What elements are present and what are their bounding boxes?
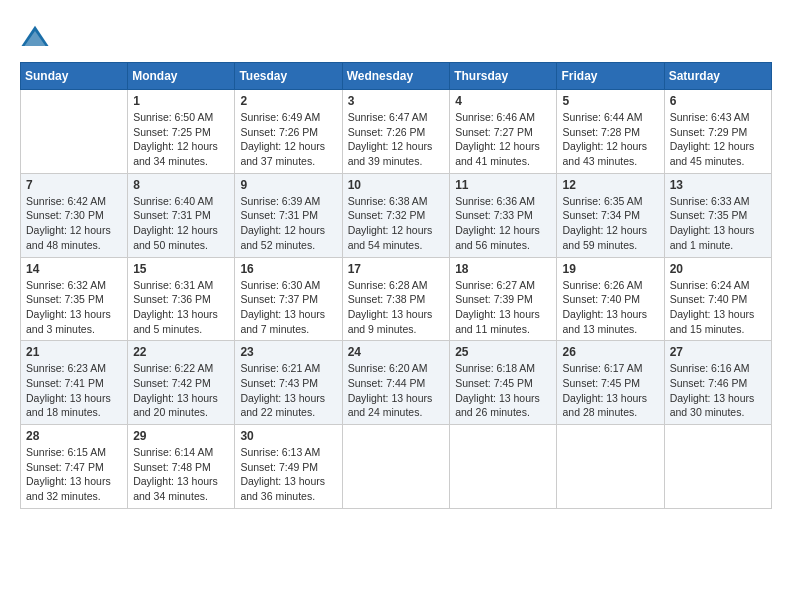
- weekday-header-wednesday: Wednesday: [342, 63, 450, 90]
- page-header: [20, 20, 772, 52]
- day-number: 10: [348, 178, 445, 192]
- day-cell: 15Sunrise: 6:31 AMSunset: 7:36 PMDayligh…: [128, 257, 235, 341]
- day-info: Sunrise: 6:30 AMSunset: 7:37 PMDaylight:…: [240, 278, 336, 337]
- day-number: 27: [670, 345, 766, 359]
- day-number: 28: [26, 429, 122, 443]
- day-cell: 30Sunrise: 6:13 AMSunset: 7:49 PMDayligh…: [235, 425, 342, 509]
- day-number: 9: [240, 178, 336, 192]
- day-cell: 21Sunrise: 6:23 AMSunset: 7:41 PMDayligh…: [21, 341, 128, 425]
- day-number: 5: [562, 94, 658, 108]
- day-cell: 7Sunrise: 6:42 AMSunset: 7:30 PMDaylight…: [21, 173, 128, 257]
- day-number: 15: [133, 262, 229, 276]
- calendar-table: SundayMondayTuesdayWednesdayThursdayFrid…: [20, 62, 772, 509]
- day-cell: 26Sunrise: 6:17 AMSunset: 7:45 PMDayligh…: [557, 341, 664, 425]
- weekday-header-thursday: Thursday: [450, 63, 557, 90]
- weekday-header-sunday: Sunday: [21, 63, 128, 90]
- day-cell: 24Sunrise: 6:20 AMSunset: 7:44 PMDayligh…: [342, 341, 450, 425]
- day-cell: 28Sunrise: 6:15 AMSunset: 7:47 PMDayligh…: [21, 425, 128, 509]
- day-number: 11: [455, 178, 551, 192]
- day-info: Sunrise: 6:15 AMSunset: 7:47 PMDaylight:…: [26, 445, 122, 504]
- day-number: 29: [133, 429, 229, 443]
- week-row-4: 21Sunrise: 6:23 AMSunset: 7:41 PMDayligh…: [21, 341, 772, 425]
- day-info: Sunrise: 6:18 AMSunset: 7:45 PMDaylight:…: [455, 361, 551, 420]
- day-info: Sunrise: 6:16 AMSunset: 7:46 PMDaylight:…: [670, 361, 766, 420]
- day-cell: 10Sunrise: 6:38 AMSunset: 7:32 PMDayligh…: [342, 173, 450, 257]
- day-number: 16: [240, 262, 336, 276]
- day-info: Sunrise: 6:22 AMSunset: 7:42 PMDaylight:…: [133, 361, 229, 420]
- day-number: 1: [133, 94, 229, 108]
- day-number: 17: [348, 262, 445, 276]
- weekday-header-saturday: Saturday: [664, 63, 771, 90]
- day-info: Sunrise: 6:21 AMSunset: 7:43 PMDaylight:…: [240, 361, 336, 420]
- day-cell: 20Sunrise: 6:24 AMSunset: 7:40 PMDayligh…: [664, 257, 771, 341]
- day-info: Sunrise: 6:27 AMSunset: 7:39 PMDaylight:…: [455, 278, 551, 337]
- day-info: Sunrise: 6:46 AMSunset: 7:27 PMDaylight:…: [455, 110, 551, 169]
- day-cell: 14Sunrise: 6:32 AMSunset: 7:35 PMDayligh…: [21, 257, 128, 341]
- day-cell: 13Sunrise: 6:33 AMSunset: 7:35 PMDayligh…: [664, 173, 771, 257]
- day-number: 13: [670, 178, 766, 192]
- day-number: 12: [562, 178, 658, 192]
- day-cell: 4Sunrise: 6:46 AMSunset: 7:27 PMDaylight…: [450, 90, 557, 174]
- day-info: Sunrise: 6:33 AMSunset: 7:35 PMDaylight:…: [670, 194, 766, 253]
- day-cell: [664, 425, 771, 509]
- week-row-5: 28Sunrise: 6:15 AMSunset: 7:47 PMDayligh…: [21, 425, 772, 509]
- day-number: 24: [348, 345, 445, 359]
- day-info: Sunrise: 6:20 AMSunset: 7:44 PMDaylight:…: [348, 361, 445, 420]
- week-row-3: 14Sunrise: 6:32 AMSunset: 7:35 PMDayligh…: [21, 257, 772, 341]
- day-cell: 1Sunrise: 6:50 AMSunset: 7:25 PMDaylight…: [128, 90, 235, 174]
- day-number: 4: [455, 94, 551, 108]
- day-number: 19: [562, 262, 658, 276]
- day-cell: 5Sunrise: 6:44 AMSunset: 7:28 PMDaylight…: [557, 90, 664, 174]
- day-cell: 8Sunrise: 6:40 AMSunset: 7:31 PMDaylight…: [128, 173, 235, 257]
- day-info: Sunrise: 6:23 AMSunset: 7:41 PMDaylight:…: [26, 361, 122, 420]
- day-info: Sunrise: 6:32 AMSunset: 7:35 PMDaylight:…: [26, 278, 122, 337]
- day-number: 18: [455, 262, 551, 276]
- day-info: Sunrise: 6:28 AMSunset: 7:38 PMDaylight:…: [348, 278, 445, 337]
- day-info: Sunrise: 6:39 AMSunset: 7:31 PMDaylight:…: [240, 194, 336, 253]
- day-cell: 3Sunrise: 6:47 AMSunset: 7:26 PMDaylight…: [342, 90, 450, 174]
- day-number: 3: [348, 94, 445, 108]
- day-number: 30: [240, 429, 336, 443]
- day-number: 26: [562, 345, 658, 359]
- day-number: 2: [240, 94, 336, 108]
- day-info: Sunrise: 6:24 AMSunset: 7:40 PMDaylight:…: [670, 278, 766, 337]
- day-info: Sunrise: 6:35 AMSunset: 7:34 PMDaylight:…: [562, 194, 658, 253]
- weekday-header-friday: Friday: [557, 63, 664, 90]
- day-cell: [342, 425, 450, 509]
- day-cell: 22Sunrise: 6:22 AMSunset: 7:42 PMDayligh…: [128, 341, 235, 425]
- day-info: Sunrise: 6:31 AMSunset: 7:36 PMDaylight:…: [133, 278, 229, 337]
- day-cell: 25Sunrise: 6:18 AMSunset: 7:45 PMDayligh…: [450, 341, 557, 425]
- day-info: Sunrise: 6:38 AMSunset: 7:32 PMDaylight:…: [348, 194, 445, 253]
- day-number: 25: [455, 345, 551, 359]
- day-info: Sunrise: 6:44 AMSunset: 7:28 PMDaylight:…: [562, 110, 658, 169]
- day-cell: 11Sunrise: 6:36 AMSunset: 7:33 PMDayligh…: [450, 173, 557, 257]
- day-cell: 27Sunrise: 6:16 AMSunset: 7:46 PMDayligh…: [664, 341, 771, 425]
- day-number: 14: [26, 262, 122, 276]
- day-number: 7: [26, 178, 122, 192]
- day-info: Sunrise: 6:42 AMSunset: 7:30 PMDaylight:…: [26, 194, 122, 253]
- week-row-2: 7Sunrise: 6:42 AMSunset: 7:30 PMDaylight…: [21, 173, 772, 257]
- day-cell: 12Sunrise: 6:35 AMSunset: 7:34 PMDayligh…: [557, 173, 664, 257]
- day-number: 20: [670, 262, 766, 276]
- day-info: Sunrise: 6:43 AMSunset: 7:29 PMDaylight:…: [670, 110, 766, 169]
- day-number: 6: [670, 94, 766, 108]
- day-info: Sunrise: 6:50 AMSunset: 7:25 PMDaylight:…: [133, 110, 229, 169]
- day-cell: [557, 425, 664, 509]
- weekday-header-monday: Monday: [128, 63, 235, 90]
- day-cell: 18Sunrise: 6:27 AMSunset: 7:39 PMDayligh…: [450, 257, 557, 341]
- day-number: 23: [240, 345, 336, 359]
- day-info: Sunrise: 6:13 AMSunset: 7:49 PMDaylight:…: [240, 445, 336, 504]
- logo-icon: [20, 22, 50, 52]
- day-cell: 29Sunrise: 6:14 AMSunset: 7:48 PMDayligh…: [128, 425, 235, 509]
- day-number: 8: [133, 178, 229, 192]
- week-row-1: 1Sunrise: 6:50 AMSunset: 7:25 PMDaylight…: [21, 90, 772, 174]
- day-info: Sunrise: 6:36 AMSunset: 7:33 PMDaylight:…: [455, 194, 551, 253]
- day-info: Sunrise: 6:49 AMSunset: 7:26 PMDaylight:…: [240, 110, 336, 169]
- day-number: 21: [26, 345, 122, 359]
- day-info: Sunrise: 6:17 AMSunset: 7:45 PMDaylight:…: [562, 361, 658, 420]
- weekday-header-row: SundayMondayTuesdayWednesdayThursdayFrid…: [21, 63, 772, 90]
- day-cell: [21, 90, 128, 174]
- day-cell: 2Sunrise: 6:49 AMSunset: 7:26 PMDaylight…: [235, 90, 342, 174]
- day-cell: 23Sunrise: 6:21 AMSunset: 7:43 PMDayligh…: [235, 341, 342, 425]
- day-info: Sunrise: 6:26 AMSunset: 7:40 PMDaylight:…: [562, 278, 658, 337]
